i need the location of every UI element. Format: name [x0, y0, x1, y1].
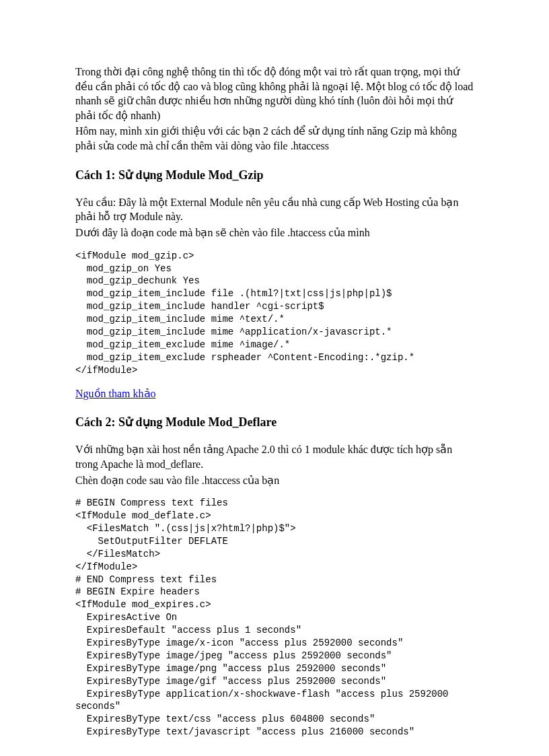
code-block-mod-deflate: # BEGIN Compress text files <IfModule mo…	[75, 497, 474, 738]
section-2-paragraph-2: Chèn đoạn code sau vào file .htaccess củ…	[75, 473, 474, 488]
section-1-heading: Cách 1: Sử dụng Module Mod_Gzip	[75, 167, 474, 183]
intro-paragraph-1: Trong thời đại công nghệ thông tin thì t…	[75, 65, 474, 123]
section-1-requirement: Yêu cầu: Đây là một External Module nên …	[75, 195, 474, 224]
reference-link[interactable]: Nguồn tham khảo	[75, 388, 156, 399]
code-block-mod-gzip: <ifModule mod_gzip.c> mod_gzip_on Yes mo…	[75, 250, 474, 377]
section-2-heading: Cách 2: Sử dụng Module Mod_Deflare	[75, 414, 474, 430]
section-1-note: Dưới đây là đoạn code mà bạn sẽ chèn vào…	[75, 226, 474, 240]
intro-paragraph-2: Hôm nay, mình xin giới thiệu với các bạn…	[75, 124, 474, 153]
section-2-paragraph-1: Với những bạn xài host nền tảng Apache 2…	[75, 442, 474, 471]
